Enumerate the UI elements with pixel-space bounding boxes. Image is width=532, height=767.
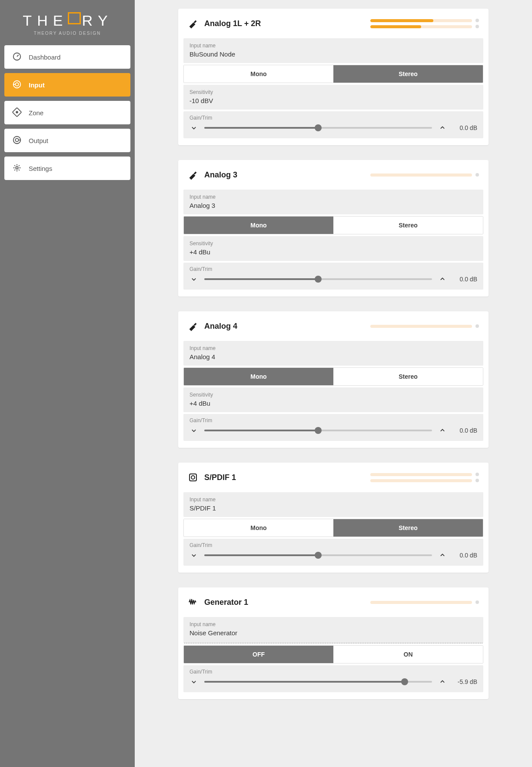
gain-decrease-button[interactable] <box>190 275 198 283</box>
meter-clip-dot <box>475 600 479 604</box>
meter-clip-dot <box>475 324 479 328</box>
gain-trim-field: Gain/Trim 0.0 dB <box>183 263 483 290</box>
input-name-field[interactable]: Input name Analog 3 <box>183 190 483 214</box>
level-meters <box>370 473 479 482</box>
jack-icon <box>188 321 198 331</box>
meter-track <box>370 325 472 328</box>
spdif-icon <box>188 472 198 483</box>
gain-increase-button[interactable] <box>438 551 447 560</box>
input-name-field[interactable]: Input name Analog 4 <box>183 341 483 366</box>
sensitivity-select[interactable]: Sensitivity +4 dBu <box>183 387 483 412</box>
gain-increase-button[interactable] <box>438 123 447 132</box>
mode-toggle: MonoStereo <box>183 65 483 83</box>
sensitivity-select[interactable]: Sensitivity +4 dBu <box>183 236 483 261</box>
sensitivity-value: -10 dBV <box>190 97 477 104</box>
sensitivity-value: +4 dBu <box>190 248 477 256</box>
sidebar-item-settings[interactable]: Settings <box>4 157 130 180</box>
card-header: Analog 4 <box>178 311 489 341</box>
mode-option-mono[interactable]: Mono <box>184 519 333 537</box>
gain-increase-button[interactable] <box>438 677 447 686</box>
mode-option-stereo[interactable]: Stereo <box>333 65 483 83</box>
gain-value: 0.0 dB <box>453 427 477 434</box>
mode-option-stereo[interactable]: Stereo <box>333 368 483 385</box>
sidebar-item-input[interactable]: Input <box>4 73 130 97</box>
input-title: Analog 3 <box>204 170 370 180</box>
mode-toggle: MonoStereo <box>183 519 483 537</box>
card-body: Input name Analog 3 MonoStereo Sensitivi… <box>178 190 489 297</box>
meter-row <box>370 173 479 177</box>
gain-trim-field: Gain/Trim -5.9 dB <box>183 665 483 692</box>
gain-value: 0.0 dB <box>453 552 477 559</box>
gain-slider[interactable] <box>204 278 432 280</box>
sidebar-item-zone[interactable]: Zone <box>4 101 130 124</box>
mode-option-stereo[interactable]: Stereo <box>333 519 483 537</box>
mode-option-stereo[interactable]: Stereo <box>333 217 483 234</box>
meter-clip-dot <box>475 473 479 476</box>
meter-clip-dot <box>475 25 479 28</box>
gain-trim-field: Gain/Trim 0.0 dB <box>183 539 483 566</box>
level-meters <box>370 173 479 177</box>
card-header: Generator 1 <box>178 587 489 617</box>
input-name-label: Input name <box>190 345 477 351</box>
meter-clip-dot <box>475 19 479 22</box>
input-name-field[interactable]: Input name Noise Generator <box>183 617 483 644</box>
input-name-value: Analog 4 <box>190 353 477 360</box>
gain-increase-button[interactable] <box>438 426 447 435</box>
level-meters <box>370 324 479 328</box>
input-title: Generator 1 <box>204 598 370 607</box>
sensitivity-label: Sensitivity <box>190 392 477 398</box>
sidebar-item-label: Dashboard <box>29 53 60 61</box>
input-title: Analog 4 <box>204 322 370 331</box>
sidebar-nav: Dashboard Input Zone Output Settings <box>4 45 130 180</box>
gain-trim-field: Gain/Trim 0.0 dB <box>183 414 483 441</box>
gain-decrease-button[interactable] <box>190 426 198 435</box>
input-card: Analog 1L + 2R Input name BluSound Node … <box>178 9 489 145</box>
input-icon <box>12 80 22 90</box>
gain-decrease-button[interactable] <box>190 551 198 560</box>
mode-toggle: MonoStereo <box>183 216 483 234</box>
sidebar-item-dashboard[interactable]: Dashboard <box>4 45 130 69</box>
input-name-label: Input name <box>190 194 477 200</box>
sensitivity-value: +4 dBu <box>190 400 477 407</box>
main-content: Analog 1L + 2R Input name BluSound Node … <box>135 0 532 731</box>
mode-toggle: MonoStereo <box>183 367 483 386</box>
gain-trim-label: Gain/Trim <box>190 669 477 675</box>
gain-decrease-button[interactable] <box>190 677 198 686</box>
mode-option-on[interactable]: ON <box>333 646 483 663</box>
sidebar-item-label: Output <box>29 137 48 144</box>
gain-decrease-button[interactable] <box>190 123 198 132</box>
sidebar-item-label: Input <box>29 81 45 89</box>
mode-toggle: OFFON <box>183 645 483 664</box>
mode-option-mono[interactable]: Mono <box>184 217 333 234</box>
gain-value: -5.9 dB <box>453 678 477 685</box>
input-name-value: BluSound Node <box>190 50 477 58</box>
gain-value: 0.0 dB <box>453 276 477 283</box>
mode-option-mono[interactable]: Mono <box>184 368 333 385</box>
input-card: Analog 4 Input name Analog 4 MonoStereo … <box>178 311 489 448</box>
gain-slider[interactable] <box>204 127 432 129</box>
mode-option-mono[interactable]: Mono <box>184 65 333 83</box>
input-name-field[interactable]: Input name BluSound Node <box>183 38 483 63</box>
meter-clip-dot <box>475 173 479 177</box>
sensitivity-select[interactable]: Sensitivity -10 dBV <box>183 85 483 110</box>
mode-option-off[interactable]: OFF <box>184 646 333 663</box>
wave-icon <box>188 597 198 607</box>
gain-slider[interactable] <box>204 681 432 683</box>
sidebar-item-output[interactable]: Output <box>4 129 130 152</box>
gain-increase-button[interactable] <box>438 275 447 283</box>
gain-slider[interactable] <box>204 430 432 431</box>
output-icon <box>12 135 22 146</box>
gain-trim-label: Gain/Trim <box>190 115 477 121</box>
jack-icon <box>188 18 198 29</box>
sensitivity-label: Sensitivity <box>190 89 477 95</box>
sidebar: THERY THEORY AUDIO DESIGN Dashboard Inpu… <box>0 0 135 731</box>
jack-icon <box>188 170 198 180</box>
input-name-field[interactable]: Input name S/PDIF 1 <box>183 492 483 517</box>
card-body: Input name S/PDIF 1 MonoStereo Gain/Trim… <box>178 492 489 573</box>
gain-slider[interactable] <box>204 554 432 556</box>
input-card: Generator 1 Input name Noise Generator O… <box>178 587 489 699</box>
sensitivity-label: Sensitivity <box>190 240 477 247</box>
meter-track <box>370 25 472 28</box>
meter-track <box>370 173 472 177</box>
meter-track <box>370 19 472 22</box>
